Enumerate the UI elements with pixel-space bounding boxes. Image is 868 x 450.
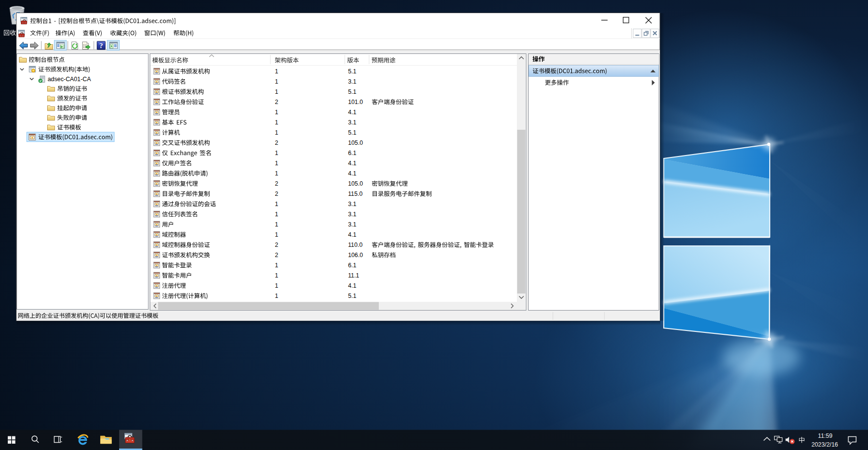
- svg-text:4.1: 4.1: [348, 282, 356, 289]
- svg-text:1: 1: [275, 129, 278, 136]
- svg-text:1: 1: [275, 160, 278, 167]
- svg-text:1: 1: [275, 119, 278, 126]
- svg-text:2023/2/16: 2023/2/16: [812, 441, 838, 448]
- svg-text:1: 1: [275, 221, 278, 228]
- svg-text:101.0: 101.0: [348, 99, 363, 105]
- svg-text:3.1: 3.1: [348, 201, 356, 208]
- svg-text:3.1: 3.1: [348, 78, 356, 85]
- svg-text:5.1: 5.1: [348, 68, 356, 75]
- svg-text:1: 1: [275, 231, 278, 238]
- svg-text:1: 1: [275, 262, 278, 269]
- svg-text:4.1: 4.1: [348, 160, 356, 167]
- svg-text:2: 2: [275, 180, 278, 187]
- svg-text:4.1: 4.1: [348, 109, 356, 116]
- svg-text:1: 1: [275, 282, 278, 289]
- svg-text:1: 1: [275, 68, 278, 75]
- svg-text:1: 1: [275, 78, 278, 85]
- svg-text:2: 2: [275, 139, 278, 146]
- svg-text:2: 2: [275, 99, 278, 105]
- svg-text:106.0: 106.0: [348, 252, 363, 259]
- svg-text:1: 1: [275, 211, 278, 218]
- svg-text:?: ?: [99, 42, 103, 50]
- svg-text:4.1: 4.1: [348, 231, 356, 238]
- svg-text:11:59: 11:59: [818, 433, 833, 439]
- svg-text:3.1: 3.1: [348, 211, 356, 218]
- svg-text:2: 2: [275, 252, 278, 259]
- svg-text:2: 2: [275, 242, 278, 248]
- svg-text:adsec-CA01-CA: adsec-CA01-CA: [48, 76, 91, 83]
- svg-text:115.0: 115.0: [348, 190, 363, 197]
- svg-text:1: 1: [275, 170, 278, 177]
- svg-text:6.1: 6.1: [348, 150, 356, 156]
- svg-text:1: 1: [275, 201, 278, 208]
- svg-text:3.1: 3.1: [348, 119, 356, 126]
- svg-text:1: 1: [275, 109, 278, 116]
- svg-text:1: 1: [275, 88, 278, 95]
- svg-text:4.1: 4.1: [348, 170, 356, 177]
- svg-text:11.1: 11.1: [348, 272, 359, 279]
- svg-text:105.0: 105.0: [348, 180, 363, 187]
- svg-text:2: 2: [275, 190, 278, 197]
- svg-text:1: 1: [275, 272, 278, 279]
- svg-text:5.1: 5.1: [348, 88, 356, 95]
- svg-text:5.1: 5.1: [348, 129, 356, 136]
- svg-text:1: 1: [275, 150, 278, 156]
- svg-text:105.0: 105.0: [348, 139, 363, 146]
- svg-text:110.0: 110.0: [348, 242, 363, 248]
- svg-text:6.1: 6.1: [348, 262, 356, 269]
- svg-text:3.1: 3.1: [348, 221, 356, 228]
- svg-text:5.1: 5.1: [348, 293, 356, 299]
- svg-text:1: 1: [275, 293, 278, 299]
